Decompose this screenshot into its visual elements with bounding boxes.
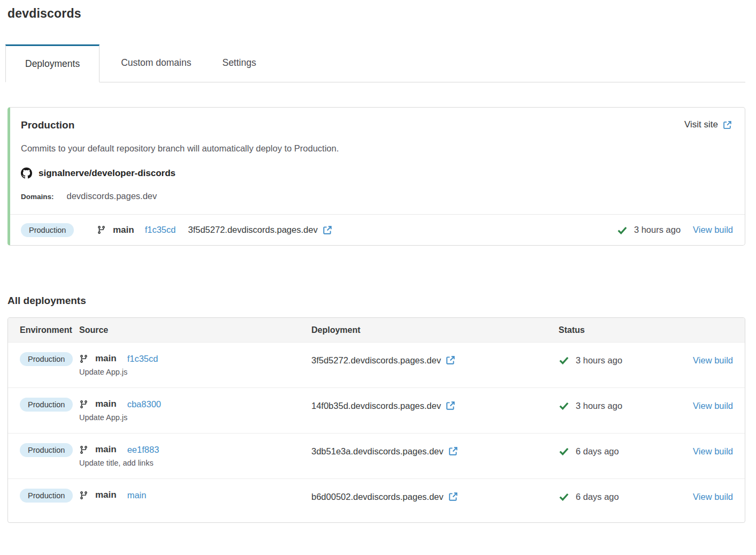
deployment-row: Production main f1c35cd Update App.js 3f… bbox=[8, 343, 745, 388]
column-header-deployment: Deployment bbox=[311, 318, 559, 342]
production-card-body: Production Visit site Commits to your de… bbox=[10, 108, 745, 214]
environment-badge: Production bbox=[20, 443, 73, 457]
commit-link[interactable]: f1c35cd bbox=[145, 225, 176, 235]
commit-link[interactable]: ee1f883 bbox=[127, 445, 159, 455]
commit-message: Update App.js bbox=[79, 368, 311, 376]
deployment-url: 14f0b35d.devdiscords.pages.dev bbox=[311, 399, 441, 413]
check-icon bbox=[559, 400, 569, 411]
branch-name: main bbox=[95, 490, 117, 500]
check-icon bbox=[617, 225, 628, 235]
domains-value: devdiscords.pages.dev bbox=[67, 191, 157, 201]
domains-row: Domains: devdiscords.pages.dev bbox=[21, 191, 732, 201]
deployment-url: 3f5d5272.devdiscords.pages.dev bbox=[188, 225, 317, 235]
pages-project-page: devdiscords Deployments Custom domains S… bbox=[0, 0, 756, 539]
view-build-link[interactable]: View build bbox=[693, 446, 733, 456]
external-link-icon[interactable] bbox=[446, 355, 455, 365]
tab-custom-domains[interactable]: Custom domains bbox=[110, 44, 202, 82]
column-header-environment: Environment bbox=[8, 318, 79, 342]
github-icon bbox=[21, 168, 32, 179]
deployment-url: b6d00502.devdiscords.pages.dev bbox=[311, 490, 444, 504]
production-card-title: Production bbox=[21, 119, 74, 131]
commit-link[interactable]: f1c35cd bbox=[127, 354, 158, 364]
deployment-row: Production main ee1f883 Update title, ad… bbox=[8, 434, 745, 479]
view-build-link[interactable]: View build bbox=[693, 401, 733, 410]
git-branch-icon bbox=[79, 445, 88, 454]
domains-label: Domains: bbox=[21, 193, 54, 201]
tab-settings[interactable]: Settings bbox=[211, 44, 266, 82]
commit-message: Update title, add links bbox=[79, 459, 311, 467]
git-branch-icon bbox=[79, 354, 88, 363]
branch-name: main bbox=[95, 353, 117, 364]
production-deployment-row: Production main f1c35cd 3f5d5272.devdisc… bbox=[10, 214, 745, 245]
environment-badge: Production bbox=[20, 352, 73, 366]
git-branch-icon bbox=[97, 225, 106, 234]
commit-link[interactable]: cba8300 bbox=[127, 399, 161, 409]
column-header-status: Status bbox=[559, 318, 675, 342]
deployment-row: Production main cba8300 Update App.js 14… bbox=[8, 388, 745, 434]
status-time: 3 hours ago bbox=[576, 353, 622, 367]
external-link-icon bbox=[723, 120, 732, 130]
commit-link[interactable]: main bbox=[127, 490, 147, 500]
status-time: 6 days ago bbox=[576, 490, 619, 504]
status-time: 3 hours ago bbox=[576, 399, 622, 413]
tab-deployments[interactable]: Deployments bbox=[5, 44, 100, 82]
external-link-icon[interactable] bbox=[323, 225, 332, 235]
column-header-source: Source bbox=[79, 318, 311, 342]
production-card: Production Visit site Commits to your de… bbox=[7, 107, 745, 246]
view-build-link[interactable]: View build bbox=[693, 355, 733, 365]
visit-site-link[interactable]: Visit site bbox=[684, 119, 732, 130]
production-description: Commits to your default repository branc… bbox=[21, 143, 732, 154]
external-link-icon[interactable] bbox=[448, 446, 458, 456]
environment-badge: Production bbox=[20, 398, 73, 412]
environment-badge: Production bbox=[20, 489, 73, 503]
all-deployments-heading: All deployments bbox=[7, 295, 745, 307]
status-time: 6 days ago bbox=[576, 444, 619, 458]
deployment-url: 3db51e3a.devdiscords.pages.dev bbox=[311, 444, 444, 458]
external-link-icon[interactable] bbox=[446, 401, 455, 410]
table-header-row: Environment Source Deployment Status bbox=[8, 318, 745, 343]
repo-name: signalnerve/developer-discords bbox=[39, 168, 175, 179]
git-branch-icon bbox=[79, 491, 88, 500]
view-build-link[interactable]: View build bbox=[693, 492, 733, 501]
environment-badge: Production bbox=[21, 223, 74, 237]
tab-bar: Deployments Custom domains Settings bbox=[5, 44, 745, 82]
view-build-link[interactable]: View build bbox=[693, 225, 733, 235]
visit-site-label: Visit site bbox=[684, 119, 718, 130]
deployments-table: Environment Source Deployment Status Pro… bbox=[7, 317, 745, 523]
check-icon bbox=[559, 491, 569, 502]
status-time: 3 hours ago bbox=[634, 225, 681, 235]
deployment-row: Production main main b6d00502.devdiscord… bbox=[8, 479, 745, 522]
commit-message: Update App.js bbox=[79, 413, 311, 422]
branch-name: main bbox=[95, 399, 117, 409]
page-title: devdiscords bbox=[7, 6, 745, 21]
external-link-icon[interactable] bbox=[448, 492, 458, 501]
git-branch-icon bbox=[79, 400, 88, 409]
deployments-table-body: Production main f1c35cd Update App.js 3f… bbox=[8, 343, 745, 522]
check-icon bbox=[559, 355, 569, 366]
deployment-url: 3f5d5272.devdiscords.pages.dev bbox=[311, 353, 441, 367]
check-icon bbox=[559, 446, 569, 457]
branch-name: main bbox=[113, 225, 134, 235]
branch-name: main bbox=[95, 444, 117, 455]
repo-row: signalnerve/developer-discords bbox=[21, 168, 732, 179]
